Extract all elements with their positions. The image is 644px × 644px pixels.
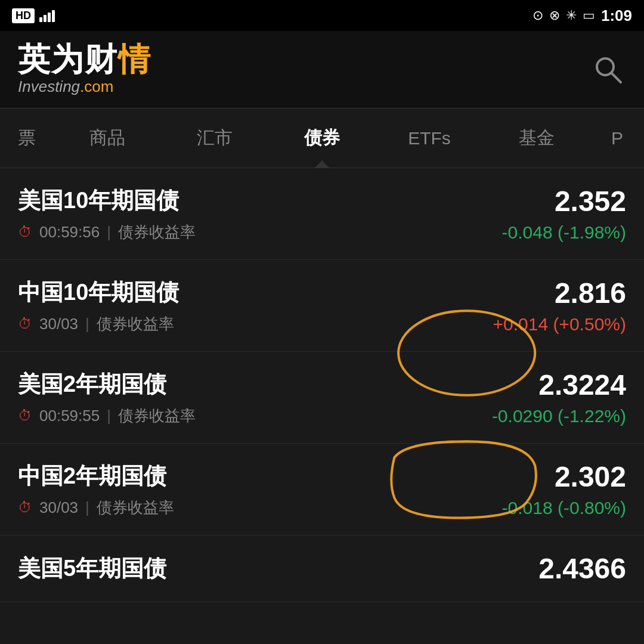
- svg-line-1: [611, 73, 621, 82]
- tab-bonds-label: 债券: [304, 126, 340, 150]
- tab-commodities[interactable]: 商品: [54, 109, 161, 168]
- tab-commodities-label: 商品: [89, 126, 125, 150]
- bond-type-cn2y: 债券收益率: [97, 497, 174, 518]
- bond-time-us2y: 00:59:55: [39, 407, 100, 425]
- signal-bars: [39, 9, 55, 22]
- tab-funds-label: 基金: [519, 126, 555, 150]
- bond-price-us2y: 2.3224: [538, 369, 626, 401]
- bond-meta-cn10y: ⏱ 30/03 | 债券收益率: [18, 314, 179, 335]
- bond-meta-us2y: ⏱ 00:59:55 | 债券收益率: [18, 405, 196, 426]
- bond-right-cn10y: 2.816 +0.014 (+0.50%): [493, 277, 627, 335]
- status-bar: HD ⊙ ⊗ ✳ ▭ 1:09: [0, 0, 644, 31]
- bond-right-us10y: 2.352 -0.048 (-1.98%): [502, 185, 626, 243]
- bond-meta-cn2y: ⏱ 30/03 | 债券收益率: [18, 497, 174, 518]
- bond-price-cn10y: 2.816: [555, 277, 626, 309]
- bond-price-us5y: 2.4366: [538, 552, 626, 585]
- time-display: 1:09: [601, 7, 632, 25]
- search-icon: [593, 55, 623, 85]
- tab-etfs[interactable]: ETFs: [376, 109, 483, 168]
- bond-right-us2y: 2.3224 -0.0290 (-1.22%): [492, 369, 626, 426]
- logo: 英为财情 Investing.com: [18, 43, 151, 96]
- bond-name-cn2y: 中国2年期国债: [18, 461, 174, 491]
- main-content: 美国10年期国债 ⏱ 00:59:56 | 债券收益率 2.352 -0.048…: [0, 168, 644, 602]
- bar3: [48, 13, 51, 22]
- bond-left-cn10y: 中国10年期国债 ⏱ 30/03 | 债券收益率: [18, 277, 179, 335]
- clock-icon-us10y: ⏱: [18, 224, 32, 240]
- bond-item-us2y[interactable]: 美国2年期国债 ⏱ 00:59:55 | 债券收益率 2.3224 -0.029…: [0, 352, 644, 444]
- bond-right-us5y: 2.4366: [538, 552, 626, 585]
- tab-forex-label: 汇市: [197, 126, 233, 150]
- bond-name-us5y: 美国5年期国债: [18, 553, 166, 584]
- bond-change-us10y: -0.048 (-1.98%): [502, 222, 626, 243]
- bond-item-us10y[interactable]: 美国10年期国债 ⏱ 00:59:56 | 债券收益率 2.352 -0.048…: [0, 168, 644, 260]
- clock-icon-cn2y: ⏱: [18, 499, 32, 516]
- status-left: HD: [12, 8, 55, 23]
- tab-etfs-label: ETFs: [408, 128, 451, 148]
- status-right: ⊙ ⊗ ✳ ▭ 1:09: [532, 7, 632, 25]
- bond-meta-us10y: ⏱ 00:59:56 | 债券收益率: [18, 222, 196, 243]
- logo-com: .com: [80, 78, 113, 95]
- bluetooth-icon: ✳: [566, 8, 577, 23]
- sep-us2y: |: [107, 407, 111, 425]
- logo-highlight: 情: [118, 41, 151, 77]
- tab-forex[interactable]: 汇市: [161, 109, 268, 168]
- bond-left-us2y: 美国2年期国债 ⏱ 00:59:55 | 债券收益率: [18, 369, 196, 426]
- bond-change-cn2y: -0.018 (-0.80%): [502, 498, 626, 518]
- nav-tabs: 票 商品 汇市 债券 ETFs 基金 P: [0, 109, 644, 168]
- clock-icon-cn10y: ⏱: [18, 315, 32, 332]
- bond-change-us2y: -0.0290 (-1.22%): [492, 406, 626, 426]
- bond-type-cn10y: 债券收益率: [97, 314, 174, 335]
- bond-item-cn2y[interactable]: 中国2年期国债 ⏱ 30/03 | 债券收益率 2.302 -0.018 (-0…: [0, 444, 644, 535]
- bond-price-cn2y: 2.302: [555, 460, 626, 493]
- no-signal-icon: ⊗: [549, 8, 560, 23]
- bar2: [44, 15, 47, 22]
- bond-type-us10y: 债券收益率: [118, 222, 196, 243]
- tab-stocks-label: 票: [18, 126, 36, 150]
- sep-us10y: |: [107, 223, 111, 242]
- bar4: [52, 10, 55, 22]
- bond-item-us5y[interactable]: 美国5年期国债 2.4366: [0, 535, 644, 602]
- logo-english: Investing.com: [18, 78, 151, 96]
- bond-left-us10y: 美国10年期国债 ⏱ 00:59:56 | 债券收益率: [18, 185, 196, 243]
- search-button[interactable]: [590, 52, 626, 88]
- sep-cn10y: |: [85, 315, 89, 333]
- tab-p-label: P: [611, 128, 623, 148]
- wifi-icon: ⊙: [532, 8, 543, 23]
- bond-right-cn2y: 2.302 -0.018 (-0.80%): [502, 460, 626, 518]
- bond-name-us10y: 美国10年期国债: [18, 185, 196, 216]
- bar1: [39, 17, 42, 22]
- bond-list: 美国10年期国债 ⏱ 00:59:56 | 债券收益率 2.352 -0.048…: [0, 168, 644, 602]
- tab-partial-right[interactable]: P: [590, 109, 644, 168]
- battery-icon: ▭: [583, 8, 595, 23]
- bond-item-cn10y[interactable]: 中国10年期国债 ⏱ 30/03 | 债券收益率 2.816 +0.014 (+…: [0, 260, 644, 352]
- bond-change-cn10y: +0.014 (+0.50%): [493, 314, 627, 335]
- bond-time-cn2y: 30/03: [39, 499, 78, 517]
- logo-chinese: 英为财情: [18, 43, 151, 75]
- sep-cn2y: |: [85, 499, 89, 517]
- bond-price-us10y: 2.352: [555, 185, 626, 218]
- clock-icon-us2y: ⏱: [18, 407, 32, 424]
- app-header: 英为财情 Investing.com: [0, 31, 644, 109]
- bond-name-us2y: 美国2年期国债: [18, 369, 196, 400]
- tab-partial-left[interactable]: 票: [0, 109, 54, 168]
- bond-type-us2y: 债券收益率: [118, 405, 196, 426]
- bond-left-cn2y: 中国2年期国债 ⏱ 30/03 | 债券收益率: [18, 461, 174, 518]
- bond-name-cn10y: 中国10年期国债: [18, 277, 179, 308]
- tab-funds[interactable]: 基金: [483, 109, 590, 168]
- bond-time-cn10y: 30/03: [39, 315, 78, 333]
- tab-bonds[interactable]: 债券: [268, 109, 376, 168]
- hd-badge: HD: [12, 8, 35, 23]
- bond-left-us5y: 美国5年期国债: [18, 553, 166, 584]
- bond-time-us10y: 00:59:56: [39, 223, 100, 242]
